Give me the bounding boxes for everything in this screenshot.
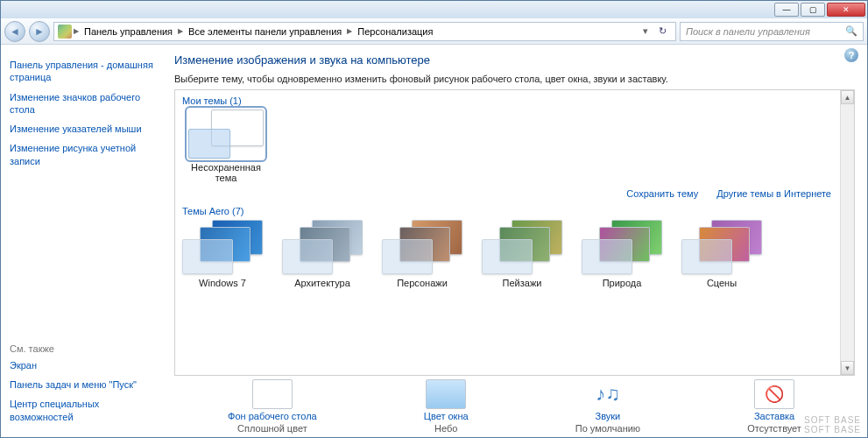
titlebar: — ▢ ✕	[1, 1, 867, 18]
desktop-background-icon	[252, 379, 293, 409]
setting-value: По умолчанию	[575, 423, 640, 434]
setting-screensaver[interactable]: 🚫 Заставка Отсутствует	[747, 379, 801, 434]
theme-links: Сохранить тему Другие темы в Интернете	[182, 183, 847, 204]
theme-unsaved[interactable]: Несохраненная тема	[182, 110, 270, 183]
search-placeholder: Поиск в панели управления	[686, 26, 810, 37]
theme-label: Архитектура	[294, 278, 350, 288]
sidebar-link-home[interactable]: Панель управления - домашняя страница	[10, 55, 159, 88]
setting-sounds[interactable]: ♪♫ Звуки По умолчанию	[575, 379, 640, 434]
aero-themes-row: Windows 7 Архитектура Персонажи Пейзажи …	[182, 220, 847, 288]
breadcrumb-item[interactable]: Персонализация	[354, 26, 436, 37]
aero-themes-heading: Темы Aero (7)	[182, 204, 847, 220]
main-content: ? Изменение изображения и звука на компь…	[167, 45, 867, 437]
see-also-heading: См. также	[10, 340, 159, 356]
page-description: Выберите тему, чтобы одновременно измени…	[174, 74, 855, 84]
setting-title: Заставка	[754, 411, 794, 421]
setting-desktop-background[interactable]: Фон рабочего стола Сплошной цвет	[228, 379, 317, 434]
theme-thumbnail	[282, 220, 363, 274]
breadcrumb-item[interactable]: Все элементы панели управления	[185, 26, 345, 37]
chevron-right-icon: ▶	[74, 27, 79, 35]
see-also-taskbar[interactable]: Панель задач и меню "Пуск"	[10, 375, 159, 394]
aero-theme-2[interactable]: Персонажи	[382, 220, 462, 288]
my-themes-row: Несохраненная тема	[182, 110, 847, 183]
address-bar[interactable]: ▶ Панель управления ▶ Все элементы панел…	[53, 22, 676, 41]
setting-window-color[interactable]: Цвет окна Небо	[424, 379, 469, 434]
search-input[interactable]: Поиск в панели управления 🔍	[680, 22, 864, 41]
minimize-button[interactable]: —	[774, 3, 799, 17]
sidebar: Панель управления - домашняя страница Из…	[1, 45, 167, 437]
theme-label: Природа	[603, 278, 642, 288]
aero-theme-3[interactable]: Пейзажи	[482, 220, 562, 288]
setting-value: Сплошной цвет	[237, 423, 307, 434]
sidebar-link-pointers[interactable]: Изменение указателей мыши	[10, 119, 159, 138]
see-also-display[interactable]: Экран	[10, 356, 159, 375]
my-themes-heading: Мои темы (1)	[182, 94, 847, 110]
setting-title: Звуки	[596, 411, 621, 421]
scrollbar[interactable]: ▲ ▼	[840, 90, 854, 375]
maximize-button[interactable]: ▢	[801, 3, 825, 17]
settings-row: Фон рабочего стола Сплошной цвет Цвет ок…	[174, 376, 855, 434]
forward-button[interactable]: ►	[29, 21, 50, 42]
aero-theme-5[interactable]: Сцены	[681, 220, 762, 288]
theme-label: Windows 7	[199, 278, 246, 288]
theme-thumbnail	[482, 220, 562, 274]
aero-theme-0[interactable]: Windows 7	[182, 220, 263, 288]
screensaver-icon: 🚫	[754, 379, 794, 409]
chevron-right-icon: ▶	[347, 27, 352, 35]
theme-thumbnail	[382, 220, 462, 274]
scroll-down-icon[interactable]: ▼	[841, 361, 854, 375]
close-button[interactable]: ✕	[827, 3, 865, 17]
theme-label: Сцены	[707, 278, 737, 288]
scroll-up-icon[interactable]: ▲	[841, 90, 854, 104]
refresh-button[interactable]: ↻	[653, 25, 672, 37]
control-panel-icon	[58, 25, 72, 39]
themes-container: ▲ ▼ Мои темы (1) Несохраненная тема Сохр…	[174, 89, 855, 376]
theme-label: Пейзажи	[503, 278, 542, 288]
search-icon[interactable]: 🔍	[845, 25, 857, 37]
sidebar-link-desktop-icons[interactable]: Изменение значков рабочего стола	[10, 88, 159, 120]
see-also-accessibility[interactable]: Центр специальных возможностей	[10, 394, 159, 427]
aero-theme-4[interactable]: Природа	[582, 220, 662, 288]
sounds-icon: ♪♫	[588, 379, 628, 409]
back-button[interactable]: ◄	[4, 21, 25, 42]
theme-thumbnail	[182, 220, 263, 274]
breadcrumb-item[interactable]: Панель управления	[81, 26, 176, 37]
save-theme-link[interactable]: Сохранить тему	[626, 188, 698, 199]
theme-label: Несохраненная тема	[182, 162, 270, 183]
sidebar-link-account-picture[interactable]: Изменение рисунка учетной записи	[10, 138, 159, 171]
window-color-icon	[426, 379, 466, 409]
help-icon[interactable]: ?	[844, 48, 858, 62]
theme-thumbnail	[188, 110, 264, 159]
address-dropdown-icon[interactable]: ▾	[639, 25, 652, 37]
setting-value: Небо	[434, 423, 457, 434]
theme-label: Персонажи	[397, 278, 448, 288]
theme-thumbnail	[681, 220, 762, 274]
page-title: Изменение изображения и звука на компьют…	[174, 53, 855, 67]
body: Панель управления - домашняя страница Из…	[1, 45, 867, 437]
setting-title: Цвет окна	[424, 411, 469, 421]
setting-value: Отсутствует	[747, 423, 801, 434]
aero-theme-1[interactable]: Архитектура	[282, 220, 363, 288]
chevron-right-icon: ▶	[178, 27, 183, 35]
setting-title: Фон рабочего стола	[228, 411, 317, 421]
more-themes-link[interactable]: Другие темы в Интернете	[716, 188, 831, 199]
navbar: ◄ ► ▶ Панель управления ▶ Все элементы п…	[1, 18, 867, 45]
window: — ▢ ✕ ◄ ► ▶ Панель управления ▶ Все элем…	[0, 0, 868, 438]
theme-thumbnail	[582, 220, 662, 274]
